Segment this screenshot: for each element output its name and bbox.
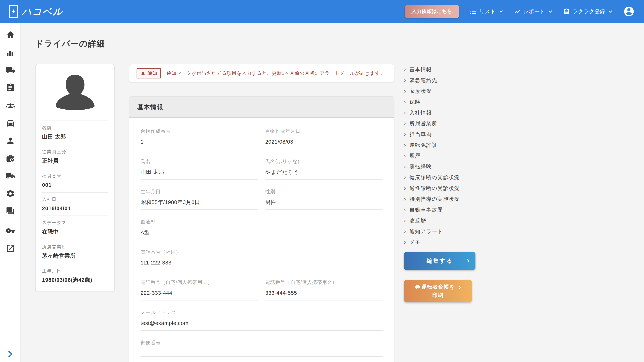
edit-button[interactable]: 編集する › bbox=[404, 252, 476, 270]
sidebar-item-assignments[interactable] bbox=[0, 79, 20, 96]
header-nav: 入力依頼はこちら リスト レポート ラクラク登録 bbox=[405, 5, 635, 18]
driver-photo-placeholder bbox=[36, 70, 114, 121]
anchor-basic-info[interactable]: ›基本情報 bbox=[404, 64, 478, 75]
external-link-icon bbox=[6, 243, 15, 253]
nav-easy-register[interactable]: ラクラク登録 bbox=[563, 8, 612, 15]
field-phone-personal-1: 電話番号（自宅/個人携帯用１） 222-333-444 bbox=[140, 280, 258, 300]
field-furigana: 氏名(ふりかな) やまだたろう bbox=[265, 159, 383, 179]
chevron-down-icon bbox=[548, 10, 552, 13]
nav-report[interactable]: レポート bbox=[514, 8, 552, 15]
sidebar-item-home[interactable] bbox=[0, 26, 20, 44]
printer-icon bbox=[414, 284, 420, 290]
chevron-right-icon: › bbox=[404, 99, 406, 105]
notice-badge-label: 通知 bbox=[148, 70, 157, 76]
profile-field-hire-date: 入社日 2018/04/01 bbox=[42, 192, 108, 216]
chevron-right-icon: › bbox=[404, 207, 406, 213]
field-gender: 性別 男性 bbox=[265, 189, 383, 210]
anchor-memo[interactable]: ›メモ bbox=[404, 237, 478, 248]
field-full-name: 氏名 山田 太郎 bbox=[140, 159, 258, 179]
anchor-special-guidance[interactable]: ›特別指導の実施状況 bbox=[404, 194, 478, 204]
profile-card: 名前 山田 太郎 従業員区分 正社員 社員番号 001 入社日 2018/04/… bbox=[35, 64, 115, 292]
chevron-right-icon: › bbox=[404, 185, 406, 191]
profile-field-employee-type: 従業員区分 正社員 bbox=[42, 145, 108, 169]
expand-sidebar-button[interactable] bbox=[0, 346, 20, 362]
briefcase-clock-icon bbox=[6, 153, 15, 163]
sidebar-item-dashboard[interactable] bbox=[0, 44, 20, 61]
detail-column: 通知 通知マークが付与されてる項目を入力すると、更新1ヶ月前の月初にアラートメー… bbox=[129, 64, 394, 362]
anchor-violation-history[interactable]: ›違反歴 bbox=[404, 215, 478, 226]
sidebar-divider bbox=[0, 221, 20, 221]
input-request-button[interactable]: 入力依頼はこちら bbox=[405, 5, 459, 18]
chevron-right-icon: › bbox=[467, 257, 470, 264]
notice-badge: 通知 bbox=[136, 68, 161, 78]
basic-info-card-body: 台帳作成番号 1 台帳作成年月日 2021/08/03 氏名 山田 太郎 bbox=[130, 118, 394, 362]
sidebar-item-accidents[interactable] bbox=[0, 167, 20, 185]
notice-banner: 通知 通知マークが付与されてる項目を入力すると、更新1ヶ月前の月初にアラートメー… bbox=[129, 64, 394, 82]
anchor-family[interactable]: ›家族状況 bbox=[404, 86, 478, 96]
anchor-aptitude-tests[interactable]: ›適性診断の受診状況 bbox=[404, 183, 478, 194]
anchor-drivers-license[interactable]: ›運転免許証 bbox=[404, 140, 478, 150]
report-chart-icon bbox=[514, 8, 520, 15]
profile-field-birthdate: 生年月日 1980/03/06(満42歳) bbox=[42, 264, 108, 288]
nav-easy-register-label: ラクラク登録 bbox=[572, 8, 605, 15]
bar-chart-icon bbox=[6, 48, 15, 57]
chevron-right-icon: › bbox=[459, 284, 461, 290]
sidebar-item-external[interactable] bbox=[0, 239, 20, 257]
anchor-health-checkups[interactable]: ›健康診断の受診状況 bbox=[404, 172, 478, 183]
nav-list[interactable]: リスト bbox=[470, 8, 503, 15]
profile-field-list: 名前 山田 太郎 従業員区分 正社員 社員番号 001 入社日 2018/04/… bbox=[42, 121, 108, 288]
sidebar-item-drivers[interactable] bbox=[0, 132, 20, 149]
field-phone-company: 電話番号（社用） 111-222-333 bbox=[140, 249, 383, 270]
gear-icon bbox=[6, 189, 15, 198]
app-header: ハコベル 入力依頼はこちら リスト レポート ラクラク登録 bbox=[0, 0, 644, 23]
sidebar-item-work-history[interactable] bbox=[0, 149, 20, 167]
home-icon bbox=[6, 30, 15, 39]
side-rail bbox=[0, 23, 21, 362]
sidebar-item-access-keys[interactable] bbox=[0, 222, 20, 239]
chevron-right-icon: › bbox=[404, 77, 406, 83]
chevron-right-icon: › bbox=[404, 196, 406, 202]
sidebar-item-vehicles[interactable] bbox=[0, 114, 20, 132]
sidebar-item-messages[interactable] bbox=[0, 202, 20, 220]
basic-info-card-title: 基本情報 bbox=[130, 97, 394, 118]
logo-text: ハコベル bbox=[22, 5, 63, 18]
person-silhouette-icon bbox=[51, 70, 99, 118]
anchor-hire-info[interactable]: ›入社情報 bbox=[404, 107, 478, 118]
anchor-insurance[interactable]: ›保険 bbox=[404, 96, 478, 107]
app-logo[interactable]: ハコベル bbox=[8, 5, 63, 18]
nav-report-label: レポート bbox=[523, 8, 545, 15]
key-icon bbox=[6, 226, 15, 235]
field-ledger-number: 台帳作成番号 1 bbox=[140, 128, 258, 149]
field-phone-personal-2: 電話番号（自宅/個人携帯用２） 333-444-555 bbox=[265, 280, 383, 300]
anchor-history[interactable]: ›履歴 bbox=[404, 150, 478, 161]
section-anchor-nav: ›基本情報 ›緊急連絡先 ›家族状況 ›保険 ›入社情報 ›所属営業所 ›担当車… bbox=[404, 64, 478, 248]
truck-alert-icon bbox=[6, 171, 15, 180]
sidebar-item-members[interactable] bbox=[0, 96, 20, 114]
nav-list-label: リスト bbox=[479, 8, 496, 15]
sidebar-item-settings[interactable] bbox=[0, 185, 20, 202]
account-avatar[interactable] bbox=[623, 6, 635, 17]
truck-icon bbox=[6, 65, 15, 75]
profile-field-status: ステータス 在職中 bbox=[42, 216, 108, 240]
anchor-accident-history[interactable]: ›自動車事故歴 bbox=[404, 204, 478, 215]
anchor-driving-experience[interactable]: ›運転経験 bbox=[404, 161, 478, 172]
anchor-emergency-contact[interactable]: ›緊急連絡先 bbox=[404, 75, 478, 86]
clipboard-icon bbox=[6, 83, 15, 92]
chevron-right-icon: › bbox=[404, 153, 406, 159]
clipboard-icon bbox=[563, 8, 570, 15]
field-email: メールアドレス test@example.com bbox=[140, 310, 383, 331]
chevron-right-icon: › bbox=[404, 174, 406, 180]
sidebar-item-deliveries[interactable] bbox=[0, 61, 20, 79]
basic-info-card: 基本情報 台帳作成番号 1 台帳作成年月日 2021/08/03 bbox=[129, 96, 394, 362]
person-icon bbox=[6, 136, 15, 145]
field-postal-code: 郵便番号 bbox=[140, 340, 383, 356]
print-driver-ledger-button[interactable]: 運転者台帳を › 印刷 bbox=[404, 280, 472, 302]
anchor-office[interactable]: ›所属営業所 bbox=[404, 118, 478, 129]
chevron-right-icon: › bbox=[404, 164, 406, 169]
chevron-right-icon: › bbox=[404, 67, 406, 72]
anchor-assigned-vehicle[interactable]: ›担当車両 bbox=[404, 129, 478, 140]
notice-message: 通知マークが付与されてる項目を入力すると、更新1ヶ月前の月初にアラートメールが届… bbox=[166, 70, 385, 76]
chevron-right-icon: › bbox=[404, 110, 406, 115]
anchor-notification-alerts[interactable]: ›通知アラート bbox=[404, 226, 478, 237]
chevron-right-icon: › bbox=[404, 142, 406, 148]
